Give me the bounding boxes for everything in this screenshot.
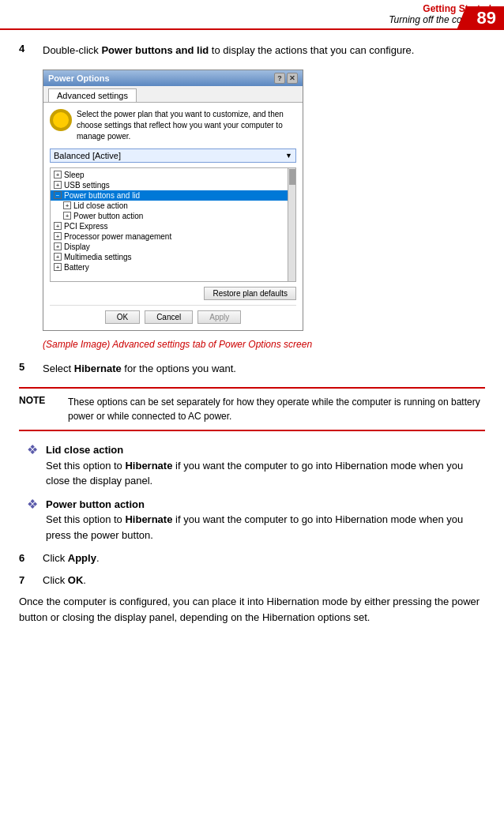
step-7: 7 Click OK.: [19, 573, 485, 588]
main-content: 4 Double-click Power buttons and lid to …: [0, 30, 504, 637]
list-item-processor[interactable]: + Processor power management: [51, 231, 295, 242]
bullet-2-title: Power button action: [46, 498, 145, 510]
step-4: 4 Double-click Power buttons and lid to …: [19, 43, 485, 58]
step-7-number: 7: [19, 574, 43, 586]
step-5-text: Select Hibernate for the options you wan…: [43, 361, 236, 377]
list-item-battery-label: Battery: [64, 263, 89, 272]
screenshot-caption: (Sample Image) Advanced settings tab of …: [43, 339, 485, 350]
titlebar-icons: ? ✕: [274, 73, 298, 84]
screenshot-title: Power Options: [48, 73, 110, 83]
header-getting-started: Getting Started: [0, 3, 491, 14]
dropdown-arrow-icon: ▼: [285, 152, 292, 160]
settings-list-items: + Sleep + USB settings − Power buttons a…: [51, 168, 295, 274]
power-plan-dropdown[interactable]: Balanced [Active] ▼: [50, 148, 296, 163]
list-item-usb[interactable]: + USB settings: [51, 180, 295, 190]
list-item-display[interactable]: + Display: [51, 242, 295, 252]
list-item-pci-label: PCI Express: [64, 222, 108, 231]
list-item-power-button-action-label: Power button action: [73, 212, 143, 220]
screenshot-titlebar: Power Options ? ✕: [43, 70, 303, 86]
screenshot-description-text: Select the power plan that you want to c…: [77, 109, 296, 142]
screenshot-body: Select the power plan that you want to c…: [43, 103, 303, 330]
bullet-2-content: Power button action Set this option to H…: [46, 497, 485, 543]
list-item-power-button-action[interactable]: + Power button action: [60, 211, 295, 221]
list-item-sleep-label: Sleep: [64, 171, 85, 179]
scrollbar-thumb: [289, 169, 295, 185]
bullet-item-lid-close: ❖ Lid close action Set this option to Hi…: [27, 442, 485, 489]
expand-icon-usb: +: [54, 181, 62, 189]
expand-icon-multimedia: +: [54, 253, 62, 261]
list-item-lid-close-label: Lid close action: [73, 201, 128, 210]
step-7-text: Click OK.: [43, 573, 86, 588]
bullet-item-power-button: ❖ Power button action Set this option to…: [27, 497, 485, 543]
header-content: Getting Started Turning off the computer: [0, 0, 504, 30]
list-item-display-label: Display: [64, 242, 90, 251]
dropdown-value: Balanced [Active]: [54, 151, 121, 160]
step-6: 6 Click Apply.: [19, 551, 485, 566]
collapse-icon-power-buttons: −: [54, 191, 62, 199]
restore-defaults-area: Restore plan defaults: [50, 287, 296, 300]
screenshot-description-area: Select the power plan that you want to c…: [50, 109, 296, 142]
bullet-list: ❖ Lid close action Set this option to Hi…: [27, 442, 485, 543]
restore-defaults-button[interactable]: Restore plan defaults: [204, 287, 296, 300]
list-item-multimedia-label: Multimedia settings: [64, 253, 132, 261]
bullet-1-title: Lid close action: [46, 444, 123, 456]
page-header: Getting Started Turning off the computer…: [0, 0, 504, 30]
settings-list: + Sleep + USB settings − Power buttons a…: [50, 167, 296, 282]
list-item-lid-close[interactable]: + Lid close action: [60, 201, 295, 211]
step-4-text: Double-click Power buttons and lid to di…: [43, 43, 414, 58]
expand-icon-processor: +: [54, 232, 62, 240]
diamond-icon-2: ❖: [27, 497, 46, 513]
note-text: These options can be set separately for …: [68, 395, 485, 423]
close-icon[interactable]: ✕: [287, 73, 298, 84]
advanced-settings-tab[interactable]: Advanced settings: [48, 88, 137, 102]
list-scrollbar[interactable]: [288, 168, 295, 281]
expand-icon-battery: +: [54, 263, 62, 271]
expand-icon-display: +: [54, 242, 62, 250]
help-icon[interactable]: ?: [274, 73, 285, 84]
bullet-1-content: Lid close action Set this option to Hibe…: [46, 442, 485, 489]
list-item-sleep[interactable]: + Sleep: [51, 170, 295, 180]
apply-button[interactable]: Apply: [197, 310, 241, 324]
step-5: 5 Select Hibernate for the options you w…: [19, 361, 485, 377]
expand-icon-lid-close: +: [63, 201, 71, 209]
power-icon: [50, 109, 72, 131]
power-options-screenshot: Power Options ? ✕ Advanced settings Sele…: [43, 70, 303, 331]
step-6-number: 6: [19, 552, 43, 564]
final-paragraph: Once the computer is configured, you can…: [19, 594, 485, 625]
list-item-processor-label: Processor power management: [64, 232, 171, 241]
list-item-battery[interactable]: + Battery: [51, 262, 295, 272]
dialog-footer: OK Cancel Apply: [50, 305, 296, 324]
expand-icon-sleep: +: [54, 171, 62, 179]
list-item-multimedia[interactable]: + Multimedia settings: [51, 252, 295, 262]
step-5-number: 5: [19, 361, 43, 373]
step-6-text: Click Apply.: [43, 551, 100, 566]
ok-button[interactable]: OK: [105, 310, 140, 324]
note-box: NOTE These options can be set separately…: [19, 387, 485, 431]
power-icon-inner: [53, 112, 69, 128]
list-item-power-buttons[interactable]: − Power buttons and lid: [51, 190, 295, 201]
screenshot-tab-bar: Advanced settings: [43, 86, 303, 103]
cancel-button[interactable]: Cancel: [145, 310, 193, 324]
list-item-pci-express[interactable]: + PCI Express: [51, 221, 295, 231]
note-label: NOTE: [19, 395, 58, 406]
expand-icon-power-button-action: +: [63, 212, 71, 220]
step-4-number: 4: [19, 43, 43, 54]
header-subtitle: Turning off the computer: [0, 14, 491, 25]
diamond-icon-1: ❖: [27, 442, 46, 459]
expand-icon-pci: +: [54, 222, 62, 230]
list-item-usb-label: USB settings: [64, 181, 110, 190]
list-item-power-buttons-label: Power buttons and lid: [64, 191, 140, 200]
